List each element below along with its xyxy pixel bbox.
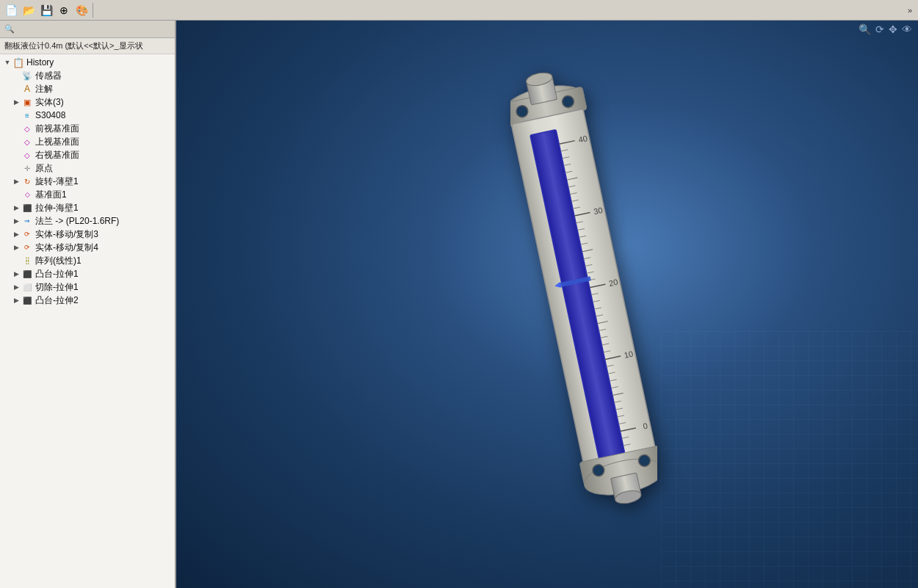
zoom-icon[interactable]: 🔍 (859, 23, 871, 35)
tree-item-revolve1[interactable]: ▶↻旋转-薄壁1 (0, 175, 175, 188)
tree-icon-cut-extrude1: ⬜ (21, 281, 33, 293)
tree-label-solid3: 实体(3) (35, 96, 64, 109)
tree-icon-note: A (21, 83, 33, 95)
tree-expand-extrude-thin1[interactable]: ▶ (12, 203, 21, 212)
tree-item-top-plane[interactable]: ◇上视基准面 (0, 135, 175, 148)
viewport-controls: 🔍 ⟳ ✥ 👁 (859, 23, 912, 35)
toolbar-separator (93, 3, 93, 18)
tree-expand-s30408[interactable] (12, 111, 21, 120)
tree-expand-note[interactable] (12, 84, 21, 93)
tree-item-base-plane1[interactable]: ◇基准面1 (0, 188, 175, 201)
open-icon[interactable]: 📂 (21, 2, 37, 18)
tree-expand-front-plane[interactable] (12, 124, 21, 133)
main-area: 🔍 翻板液位计0.4m (默认<<默认>_显示状 ▼📋History 📡传感器 … (0, 21, 918, 588)
gauge-svg: 40 30 (510, 61, 657, 516)
tree-icon-revolve1: ↻ (21, 175, 33, 187)
tree-icon-front-plane: ◇ (21, 123, 33, 134)
tree-container[interactable]: ▼📋History 📡传感器 A注解▶▣实体(3) ≡S30408 ◇前视基准面… (0, 54, 175, 588)
tree-item-flange[interactable]: ▶⇒法兰 -> (PL20-1.6RF) (0, 214, 175, 228)
tree-item-pattern1[interactable]: ⣿阵列(线性)1 (0, 254, 175, 267)
tree-label-extrude-thin1: 拉伸-海壁1 (35, 202, 79, 214)
svg-text:40: 40 (577, 134, 588, 144)
tree-label-right-plane: 右视基准面 (35, 149, 79, 161)
tree-label-origin: 原点 (35, 162, 53, 175)
tree-expand-revolve1[interactable]: ▶ (12, 177, 21, 186)
tree-label-sensor: 传感器 (35, 70, 62, 82)
tree-expand-move-copy4[interactable]: ▶ (12, 243, 21, 252)
tree-label-move-copy4: 实体-移动/复制4 (35, 242, 98, 254)
tree-expand-sensor[interactable] (12, 71, 21, 80)
pan-icon[interactable]: ✥ (889, 23, 897, 35)
tree-item-boss-extrude2[interactable]: ▶⬛凸台-拉伸2 (0, 294, 175, 307)
tree-icon-boss-extrude1: ⬛ (21, 268, 33, 280)
rotate-icon[interactable]: ⟳ (875, 23, 884, 35)
tree-expand-flange[interactable]: ▶ (12, 217, 21, 225)
save-icon[interactable]: 💾 (38, 2, 54, 18)
left-panel: 🔍 翻板液位计0.4m (默认<<默认>_显示状 ▼📋History 📡传感器 … (0, 21, 176, 588)
target-icon[interactable]: ⊕ (56, 2, 72, 18)
tree-label-top-plane: 上视基准面 (35, 136, 79, 148)
tree-expand-base-plane1[interactable] (12, 190, 21, 199)
view-icon[interactable]: 👁 (902, 23, 912, 35)
tree-label-boss-extrude2: 凸台-拉伸2 (35, 294, 79, 307)
tree-icon-solid3: ▣ (21, 96, 33, 108)
tree-label-move-copy3: 实体-移动/复制3 (35, 228, 98, 241)
svg-text:30: 30 (593, 205, 603, 215)
tree-label-history: History (26, 57, 54, 68)
tree-item-right-plane[interactable]: ◇右视基准面 (0, 148, 175, 161)
tree-item-solid3[interactable]: ▶▣实体(3) (0, 95, 175, 109)
tree-label-cut-extrude1: 切除-拉伸1 (35, 281, 79, 294)
tree-icon-right-plane: ◇ (21, 149, 33, 161)
tree-icon-sensor: 📡 (21, 70, 33, 81)
panel-toolbar: 🔍 (0, 21, 175, 38)
tree-expand-origin[interactable] (12, 164, 21, 173)
svg-text:10: 10 (624, 349, 634, 359)
toolbar-expand[interactable]: » (905, 4, 915, 16)
tree-icon-s30408: ≡ (21, 109, 33, 121)
tree-expand-pattern1[interactable] (12, 256, 21, 265)
tree-icon-boss-extrude2: ⬛ (21, 294, 33, 306)
tree-icon-top-plane: ◇ (21, 136, 33, 148)
tree-item-front-plane[interactable]: ◇前视基准面 (0, 122, 175, 135)
tree-item-boss-extrude1[interactable]: ▶⬛凸台-拉伸1 (0, 267, 175, 280)
tree-expand-move-copy3[interactable]: ▶ (12, 230, 21, 239)
tree-expand-boss-extrude1[interactable]: ▶ (12, 269, 21, 278)
color-icon[interactable]: 🎨 (73, 2, 90, 18)
tree-item-cut-extrude1[interactable]: ▶⬜切除-拉伸1 (0, 280, 175, 294)
tree-label-boss-extrude1: 凸台-拉伸1 (35, 268, 79, 280)
blueprint-overlay (661, 331, 918, 588)
tree-expand-cut-extrude1[interactable]: ▶ (12, 283, 21, 291)
tree-label-flange: 法兰 -> (PL20-1.6RF) (35, 215, 119, 228)
top-toolbar: 📄 📂 💾 ⊕ 🎨 » (0, 0, 918, 21)
tree-icon-move-copy3: ⟳ (21, 228, 33, 240)
tree-icon-flange: ⇒ (21, 215, 33, 227)
filter-icon[interactable]: 🔍 (3, 23, 16, 36)
tree-expand-top-plane[interactable] (12, 137, 21, 146)
tree-item-note[interactable]: A注解 (0, 82, 175, 95)
tree-label-revolve1: 旋转-薄壁1 (35, 175, 79, 188)
tree-label-pattern1: 阵列(线性)1 (35, 255, 82, 267)
tree-label-front-plane: 前视基准面 (35, 123, 79, 135)
tree-item-extrude-thin1[interactable]: ▶⬛拉伸-海壁1 (0, 201, 175, 214)
tree-icon-origin: ✛ (21, 162, 33, 174)
tree-item-history[interactable]: ▼📋History (0, 56, 175, 69)
tree-expand-history[interactable]: ▼ (3, 58, 12, 67)
viewport[interactable]: 40 30 (176, 21, 918, 588)
tree-item-origin[interactable]: ✛原点 (0, 161, 175, 175)
tree-label-note: 注解 (35, 83, 53, 95)
tree-item-move-copy3[interactable]: ▶⟳实体-移动/复制3 (0, 228, 175, 241)
tree-expand-solid3[interactable]: ▶ (12, 98, 21, 106)
cad-model: 40 30 (510, 61, 657, 518)
tree-icon-extrude-thin1: ⬛ (21, 202, 33, 214)
tree-label-base-plane1: 基准面1 (35, 189, 67, 201)
tree-item-sensor[interactable]: 📡传感器 (0, 69, 175, 82)
tree-item-s30408[interactable]: ≡S30408 (0, 109, 175, 122)
tree-expand-right-plane[interactable] (12, 150, 21, 159)
panel-title: 翻板液位计0.4m (默认<<默认>_显示状 (0, 38, 175, 54)
svg-text:20: 20 (608, 277, 618, 287)
tree-expand-boss-extrude2[interactable]: ▶ (12, 296, 21, 305)
new-icon[interactable]: 📄 (3, 2, 19, 18)
tree-item-move-copy4[interactable]: ▶⟳实体-移动/复制4 (0, 241, 175, 254)
tree-label-s30408: S30408 (35, 110, 65, 120)
tree-icon-pattern1: ⣿ (21, 255, 33, 266)
